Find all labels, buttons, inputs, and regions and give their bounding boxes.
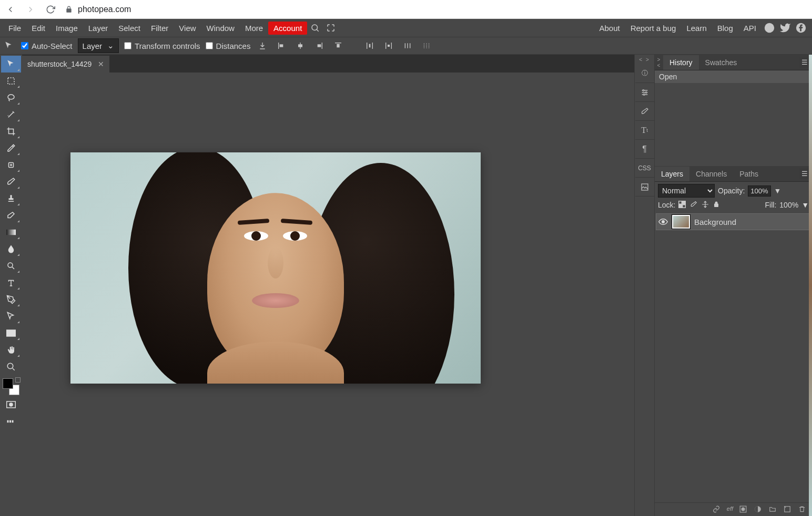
color-swatches[interactable] bbox=[2, 377, 21, 396]
folder-icon[interactable] bbox=[769, 505, 777, 514]
fx-icon[interactable]: eff bbox=[727, 505, 733, 514]
menu-image[interactable]: Image bbox=[50, 20, 83, 36]
panel-menu-icon[interactable]: ☰ bbox=[799, 57, 810, 68]
opacity-dropdown-icon[interactable]: ▼ bbox=[774, 187, 781, 195]
blur-tool[interactable] bbox=[1, 241, 21, 257]
distribute-4-icon[interactable] bbox=[420, 39, 433, 53]
adjust-panel-icon[interactable] bbox=[635, 83, 654, 102]
type-tool[interactable] bbox=[1, 274, 21, 291]
reload-icon[interactable] bbox=[45, 4, 56, 15]
distribute-3-icon[interactable] bbox=[401, 39, 414, 53]
layer-row[interactable]: Background bbox=[656, 213, 811, 230]
url-box[interactable]: photopea.com bbox=[65, 5, 131, 14]
align-left-icon[interactable] bbox=[275, 39, 288, 53]
fill-value[interactable]: 100% bbox=[779, 201, 798, 209]
twitter-icon[interactable] bbox=[777, 22, 793, 34]
link-about[interactable]: About bbox=[594, 20, 625, 36]
marquee-tool[interactable] bbox=[1, 73, 21, 89]
heal-tool[interactable] bbox=[1, 157, 21, 173]
menu-view[interactable]: View bbox=[174, 20, 201, 36]
hand-tool[interactable] bbox=[1, 342, 21, 358]
menu-filter[interactable]: Filter bbox=[146, 20, 174, 36]
css-panel-icon[interactable]: CSS bbox=[635, 159, 654, 178]
eyedropper-tool[interactable] bbox=[1, 140, 21, 157]
lock-paint-icon[interactable] bbox=[690, 201, 698, 209]
tab-channels[interactable]: Channels bbox=[689, 167, 733, 181]
distances-checkbox[interactable]: Distances bbox=[206, 42, 251, 50]
zoom-tool[interactable] bbox=[1, 358, 21, 375]
canvas-viewport[interactable] bbox=[22, 73, 634, 516]
wand-tool[interactable] bbox=[1, 106, 21, 123]
history-row[interactable]: Open bbox=[655, 70, 812, 83]
dodge-tool[interactable] bbox=[1, 257, 21, 274]
link-learn[interactable]: Learn bbox=[681, 20, 712, 36]
shape-tool[interactable] bbox=[1, 325, 21, 342]
canvas[interactable] bbox=[70, 152, 481, 384]
brush-tool[interactable] bbox=[1, 173, 21, 190]
fullscreen-icon[interactable] bbox=[323, 23, 339, 33]
para-panel-icon[interactable]: ¶ bbox=[635, 140, 654, 159]
menu-account[interactable]: Account bbox=[268, 22, 307, 35]
gradient-tool[interactable] bbox=[1, 224, 21, 241]
search-icon[interactable] bbox=[307, 23, 323, 33]
link-layers-icon[interactable] bbox=[712, 505, 720, 514]
panel-menu-icon[interactable]: ☰ bbox=[799, 169, 810, 179]
adjustment-icon[interactable] bbox=[754, 505, 763, 514]
visibility-icon[interactable] bbox=[658, 218, 668, 225]
tab-paths[interactable]: Paths bbox=[733, 167, 765, 181]
trash-icon[interactable] bbox=[798, 505, 807, 514]
screenmode-tool[interactable] bbox=[1, 413, 21, 430]
lock-move-icon[interactable] bbox=[702, 201, 710, 209]
reddit-icon[interactable] bbox=[762, 22, 777, 34]
facebook-icon[interactable] bbox=[793, 22, 809, 34]
pen-tool[interactable] bbox=[1, 291, 21, 308]
align-hcenter-icon[interactable] bbox=[293, 39, 307, 53]
back-icon[interactable] bbox=[5, 4, 16, 15]
new-layer-icon[interactable] bbox=[784, 505, 792, 514]
panel-handle[interactable]: > < bbox=[655, 57, 663, 68]
link-blog[interactable]: Blog bbox=[712, 20, 738, 36]
menu-layer[interactable]: Layer bbox=[83, 20, 114, 36]
distribute-h-icon[interactable] bbox=[363, 39, 377, 53]
target-select[interactable]: Layer⌄ bbox=[78, 38, 119, 53]
menu-file[interactable]: File bbox=[3, 20, 26, 36]
transform-checkbox[interactable]: Transform controls bbox=[124, 42, 200, 50]
layer-name[interactable]: Background bbox=[694, 218, 736, 226]
tab-layers[interactable]: Layers bbox=[655, 167, 689, 181]
download-icon[interactable] bbox=[256, 39, 269, 53]
stamp-tool[interactable] bbox=[1, 190, 21, 207]
quickmask-tool[interactable] bbox=[1, 396, 21, 413]
align-right-icon[interactable] bbox=[312, 39, 326, 53]
link-api[interactable]: API bbox=[738, 20, 762, 36]
fill-dropdown-icon[interactable]: ▼ bbox=[801, 201, 809, 209]
path-select-tool[interactable] bbox=[1, 308, 21, 325]
lock-all-icon[interactable] bbox=[713, 201, 722, 209]
crop-tool[interactable] bbox=[1, 123, 21, 140]
distribute-v-icon[interactable] bbox=[382, 39, 395, 53]
layer-thumbnail[interactable] bbox=[672, 215, 690, 229]
tab-swatches[interactable]: Swatches bbox=[699, 55, 744, 70]
menu-more[interactable]: More bbox=[240, 20, 268, 36]
panel-handle[interactable]: < > bbox=[635, 55, 654, 64]
blend-mode-select[interactable]: Normal bbox=[658, 184, 715, 198]
close-tab-icon[interactable]: ✕ bbox=[98, 60, 104, 68]
align-top-icon[interactable] bbox=[331, 39, 345, 53]
link-report[interactable]: Report a bug bbox=[625, 20, 682, 36]
tab-history[interactable]: History bbox=[663, 55, 699, 70]
menu-select[interactable]: Select bbox=[113, 20, 146, 36]
mask-icon[interactable] bbox=[739, 505, 748, 514]
auto-select-checkbox[interactable]: Auto-Select bbox=[21, 42, 73, 50]
document-tab[interactable]: shutterstock_14429 ✕ bbox=[22, 56, 109, 73]
char-panel-icon[interactable]: Tt bbox=[635, 121, 654, 140]
image-panel-icon[interactable] bbox=[635, 178, 654, 197]
menu-edit[interactable]: Edit bbox=[26, 20, 50, 36]
eraser-tool[interactable] bbox=[1, 207, 21, 224]
brush-panel-icon[interactable] bbox=[635, 102, 654, 121]
lasso-tool[interactable] bbox=[1, 89, 21, 106]
lock-pixels-icon[interactable] bbox=[678, 201, 687, 209]
menu-window[interactable]: Window bbox=[201, 20, 240, 36]
opacity-value[interactable]: 100% bbox=[748, 185, 770, 197]
fg-color[interactable] bbox=[3, 378, 13, 389]
move-tool[interactable] bbox=[1, 56, 21, 73]
forward-icon[interactable] bbox=[25, 4, 36, 15]
